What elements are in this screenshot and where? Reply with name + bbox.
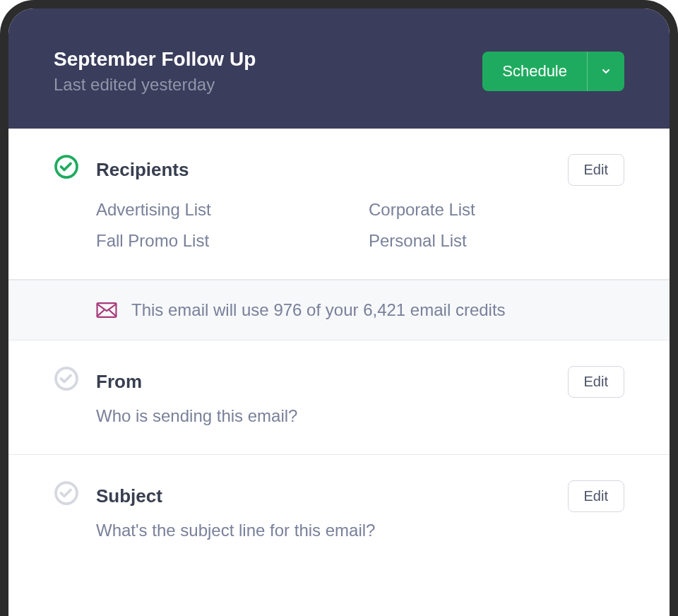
check-circle-outline-icon xyxy=(54,480,79,506)
schedule-button[interactable]: Schedule xyxy=(482,52,588,91)
page-subtitle: Last edited yesterday xyxy=(54,75,256,95)
chevron-down-icon xyxy=(600,66,612,77)
content-area: Recipients Edit Advertising List Corpora… xyxy=(8,129,670,569)
recipients-status-complete xyxy=(54,154,79,179)
recipients-list: Advertising List Corporate List Fall Pro… xyxy=(96,200,624,251)
recipients-edit-button[interactable]: Edit xyxy=(568,154,624,186)
recipient-item: Corporate List xyxy=(369,200,624,220)
check-circle-icon xyxy=(54,154,79,179)
recipients-title: Recipients xyxy=(96,159,189,181)
schedule-button-group: Schedule xyxy=(482,52,624,91)
credits-text: This email will use 976 of your 6,421 em… xyxy=(131,300,506,320)
subject-subtitle: What's the subject line for this email? xyxy=(96,521,624,540)
envelope-icon xyxy=(96,302,117,318)
from-edit-button[interactable]: Edit xyxy=(568,366,624,398)
recipient-item: Personal List xyxy=(369,231,624,251)
subject-title: Subject xyxy=(96,485,162,507)
header-left: September Follow Up Last edited yesterda… xyxy=(54,48,256,95)
page-title: September Follow Up xyxy=(54,48,256,71)
check-circle-outline-icon xyxy=(54,366,79,391)
recipient-item: Advertising List xyxy=(96,200,352,220)
credits-banner: This email will use 976 of your 6,421 em… xyxy=(8,280,670,340)
section-from: From Edit Who is sending this email? xyxy=(8,340,670,455)
subject-status-incomplete xyxy=(54,480,79,506)
from-subtitle: Who is sending this email? xyxy=(96,406,624,426)
schedule-dropdown-button[interactable] xyxy=(588,52,624,91)
header: September Follow Up Last edited yesterda… xyxy=(8,8,670,129)
section-subject: Subject Edit What's the subject line for… xyxy=(8,455,670,569)
section-recipients: Recipients Edit Advertising List Corpora… xyxy=(8,129,670,280)
device-frame: September Follow Up Last edited yesterda… xyxy=(0,0,678,616)
from-status-incomplete xyxy=(54,366,79,391)
from-title: From xyxy=(96,371,142,393)
subject-edit-button[interactable]: Edit xyxy=(568,480,624,512)
recipient-item: Fall Promo List xyxy=(96,231,352,251)
